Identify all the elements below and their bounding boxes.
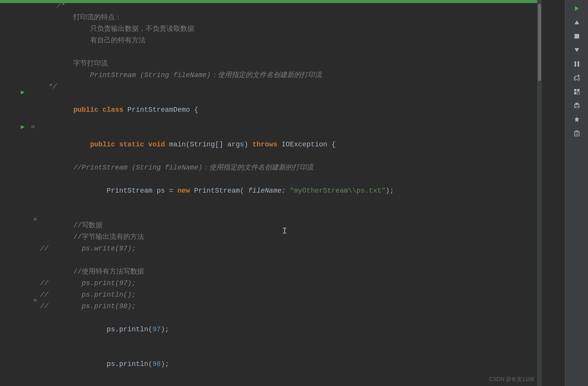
svg-rect-12 bbox=[575, 106, 578, 108]
attribution: CSDN @长安1108 bbox=[489, 376, 534, 383]
svg-rect-7 bbox=[577, 89, 580, 91]
code-text: //PrintStream (String fileName)：使用指定的文件名… bbox=[40, 162, 313, 173]
code-line bbox=[20, 381, 542, 386]
pause-button[interactable] bbox=[569, 58, 585, 70]
code-text: 只负责输出数据，不负责读取数据 bbox=[40, 23, 194, 35]
delete-button[interactable] bbox=[569, 127, 585, 139]
scrollbar-thumb[interactable] bbox=[538, 4, 541, 81]
code-line: 字节打印流 bbox=[20, 58, 542, 69]
svg-rect-11 bbox=[575, 103, 578, 105]
print-button[interactable] bbox=[569, 99, 585, 112]
run-button[interactable] bbox=[569, 2, 585, 15]
code-line: ▶ ⊟ public static void main(String[] arg… bbox=[20, 127, 542, 162]
right-sidebar bbox=[565, 0, 588, 386]
code-line bbox=[20, 46, 542, 58]
code-line bbox=[20, 208, 542, 220]
code-line bbox=[20, 254, 542, 266]
fold-icon[interactable]: ⊟ bbox=[34, 295, 37, 306]
code-text bbox=[40, 381, 44, 386]
code-text: /* bbox=[40, 0, 65, 12]
code-text: ps.println(97); bbox=[40, 312, 169, 347]
code-line: // ps.print(97); bbox=[20, 277, 542, 289]
code-line: //使用特有方法写数据 bbox=[20, 266, 542, 277]
code-text: //字节输出流有的方法 bbox=[40, 231, 144, 243]
fold-icon[interactable]: ⊟ bbox=[32, 121, 34, 133]
code-text bbox=[40, 254, 44, 266]
code-line: ▶ public class PrintStreamDemo { bbox=[20, 92, 542, 127]
code-line: 打印流的特点： bbox=[20, 12, 542, 23]
code-text bbox=[40, 46, 44, 58]
svg-rect-13 bbox=[575, 132, 579, 136]
code-line: /* bbox=[20, 0, 542, 12]
stop-button[interactable] bbox=[569, 30, 585, 42]
svg-rect-6 bbox=[574, 89, 576, 91]
svg-rect-2 bbox=[575, 34, 579, 39]
code-line: ps.println(98); bbox=[20, 347, 542, 381]
code-line: ps.println(97); bbox=[20, 312, 542, 347]
run-indicator[interactable]: ▶ bbox=[21, 87, 25, 98]
svg-rect-4 bbox=[575, 61, 576, 67]
scroll-up-button[interactable] bbox=[569, 16, 585, 29]
code-text bbox=[40, 208, 44, 220]
code-line: 只负责输出数据，不负责读取数据 bbox=[20, 23, 542, 35]
svg-rect-5 bbox=[578, 61, 579, 67]
code-line: //PrintStream (String fileName)：使用指定的文件名… bbox=[20, 162, 542, 173]
code-line: // ps.write(97); bbox=[20, 243, 542, 254]
svg-rect-9 bbox=[577, 92, 580, 94]
code-line: ⊟ //写数据 bbox=[20, 220, 542, 231]
code-line: ⊟ // ps.print(98); bbox=[20, 300, 542, 312]
code-line: PrintStream ps = new PrintStream( fileNa… bbox=[20, 173, 542, 208]
svg-marker-3 bbox=[575, 48, 579, 52]
rerun-button[interactable] bbox=[569, 72, 585, 84]
code-line: //字节输出流有的方法 bbox=[20, 231, 542, 243]
svg-marker-0 bbox=[575, 6, 579, 11]
code-text: //使用特有方法写数据 bbox=[40, 266, 144, 277]
code-text: // ps.print(98); bbox=[40, 300, 136, 312]
svg-marker-1 bbox=[575, 20, 579, 24]
pin-button[interactable] bbox=[569, 113, 585, 126]
svg-rect-8 bbox=[574, 92, 576, 94]
editor-area: /* 打印流的特点： 只负责输出数据，不负责读取数据 有自己的特有方法 bbox=[0, 0, 565, 386]
code-line: 有自己的特有方法 bbox=[20, 35, 542, 46]
code-content: /* 打印流的特点： 只负责输出数据，不负责读取数据 有自己的特有方法 bbox=[20, 0, 542, 386]
text-cursor: I bbox=[282, 227, 287, 236]
run-indicator[interactable]: ▶ bbox=[21, 121, 25, 133]
code-text: // ps.println(); bbox=[40, 289, 136, 300]
fold-icon[interactable]: ⊟ bbox=[34, 214, 37, 225]
code-text: */ bbox=[40, 81, 57, 92]
code-line: */ bbox=[20, 81, 542, 92]
code-text: ps.println(98); bbox=[40, 347, 169, 381]
coverage-button[interactable] bbox=[569, 86, 585, 98]
scrollbar-track[interactable] bbox=[537, 0, 542, 386]
code-text: // ps.print(97); bbox=[40, 277, 136, 289]
code-line: PrintStream (String fileName)：使用指定的文件名创建… bbox=[20, 69, 542, 81]
code-text: // ps.write(97); bbox=[40, 243, 136, 254]
code-text: 打印流的特点： bbox=[40, 12, 122, 23]
code-line: // ps.println(); bbox=[20, 289, 542, 300]
code-text: PrintStream ps = new PrintStream( fileNa… bbox=[40, 173, 394, 208]
code-text: //写数据 bbox=[40, 220, 102, 231]
code-text: public static void main(String[] args) t… bbox=[40, 127, 336, 162]
scroll-down-button[interactable] bbox=[569, 44, 585, 56]
code-text: 有自己的特有方法 bbox=[40, 35, 146, 46]
code-text: public class PrintStreamDemo { bbox=[40, 92, 198, 127]
code-text: PrintStream (String fileName)：使用指定的文件名创建… bbox=[40, 69, 322, 81]
code-text: 字节打印流 bbox=[40, 58, 108, 69]
